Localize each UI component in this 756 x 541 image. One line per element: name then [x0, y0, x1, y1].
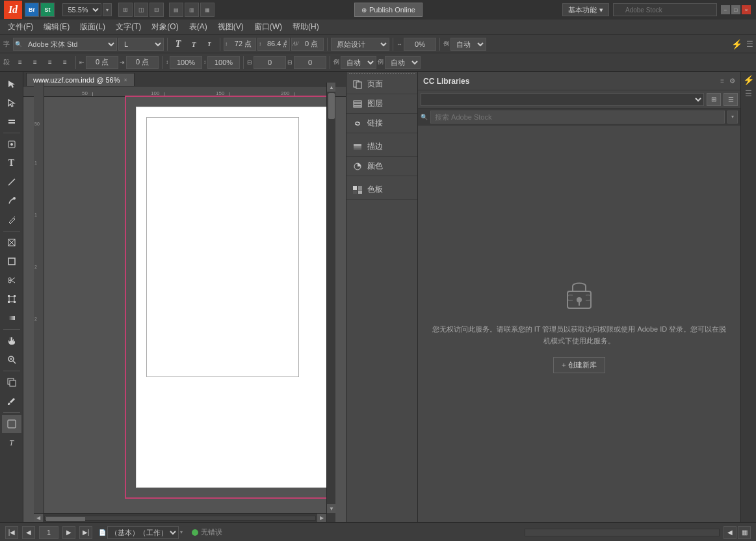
panel-swatches[interactable]: 色板 — [346, 180, 417, 200]
zoom-dropdown-arrow[interactable]: ▾ — [103, 3, 112, 16]
align-center-btn[interactable]: ≡ — [28, 55, 42, 70]
grid-input1[interactable] — [254, 56, 286, 69]
settings-icon[interactable]: ☰ — [746, 40, 753, 49]
font-select[interactable]: Adobe 宋体 Std — [13, 38, 117, 51]
scissors-tool[interactable] — [2, 271, 21, 289]
free-transform-tool[interactable] — [2, 290, 21, 308]
indent-left-input[interactable] — [86, 56, 118, 69]
panel-pages[interactable]: 页面 — [346, 75, 417, 94]
menu-window[interactable]: 窗口(W) — [249, 20, 287, 34]
line-tool[interactable] — [2, 173, 21, 191]
zoom-tool[interactable] — [2, 350, 21, 369]
page-number-input[interactable]: 1 — [39, 526, 59, 539]
cc-search-dropdown[interactable]: ▾ — [727, 111, 738, 124]
cc-list-view-btn[interactable]: ☰ — [723, 93, 738, 106]
auto-select1[interactable]: 自动 — [450, 38, 486, 51]
align-justify-btn[interactable]: ≡ — [58, 55, 72, 70]
menu-view[interactable]: 视图(V) — [213, 20, 249, 34]
settings-right-icon[interactable]: ☰ — [745, 89, 752, 98]
next-page-btn[interactable]: ▶ — [62, 526, 75, 539]
type-on-path-tool[interactable]: T — [2, 434, 21, 452]
gap-tool[interactable] — [2, 112, 21, 131]
last-page-btn[interactable]: ▶| — [79, 526, 92, 539]
grid-input2[interactable] — [294, 56, 326, 69]
cc-grid-view-btn[interactable]: ⊞ — [707, 93, 721, 106]
direct-selection-tool[interactable] — [2, 94, 21, 112]
cc-search-input[interactable] — [430, 111, 725, 124]
menu-text[interactable]: 文字(T) — [111, 20, 146, 34]
arrange-icon2[interactable]: ▥ — [185, 3, 199, 17]
menu-edit[interactable]: 编辑(E) — [38, 20, 75, 34]
font-size-small-btn[interactable]: T — [202, 37, 216, 51]
maximize-btn[interactable]: □ — [731, 5, 740, 14]
publish-online-btn[interactable]: ⊕ Publish Online — [354, 3, 423, 17]
font-style-select[interactable]: L — [118, 38, 164, 51]
master-page-select[interactable]: （基本）（工作） — [107, 526, 179, 539]
scale-h-input[interactable] — [170, 56, 202, 69]
create-library-btn[interactable]: + 创建新库 — [553, 357, 605, 373]
close-btn[interactable]: × — [742, 5, 751, 14]
pen-tool[interactable] — [2, 192, 21, 210]
zoom-select[interactable]: 55.5% 100% 50% — [62, 3, 101, 16]
scroll-left-btn[interactable]: ◀ — [34, 514, 43, 523]
menu-file[interactable]: 文件(F) — [3, 20, 38, 34]
rectangle-tool[interactable] — [2, 252, 21, 270]
leading-input[interactable] — [257, 38, 290, 51]
scroll-down-btn[interactable]: ▼ — [327, 504, 335, 513]
color-fill-btn[interactable] — [2, 373, 21, 391]
prev-page-btn[interactable]: ◀ — [22, 526, 35, 539]
scale-v-input[interactable] — [404, 38, 436, 51]
view-mode-icon1[interactable]: ⊞ — [118, 3, 133, 17]
adobe-stock-search[interactable] — [613, 3, 717, 16]
bottom-icon-2[interactable]: ▦ — [738, 526, 751, 539]
menu-table[interactable]: 表(A) — [184, 20, 213, 34]
cc-library-select[interactable] — [421, 93, 704, 106]
cc-settings-icon[interactable]: ⚙ — [729, 77, 735, 85]
scroll-thumb[interactable] — [328, 93, 335, 119]
panel-color[interactable]: 颜色 — [346, 157, 417, 176]
bottom-scrollbar[interactable] — [525, 529, 720, 536]
selection-tool[interactable] — [2, 75, 21, 93]
type-tool[interactable]: T — [2, 154, 21, 172]
align-left-btn[interactable]: ≡ — [13, 55, 27, 70]
stock-icon[interactable]: St — [40, 3, 55, 17]
panel-layers[interactable]: 图层 — [346, 94, 417, 114]
auto-select2[interactable]: 自动 — [341, 56, 376, 69]
first-page-btn[interactable]: |◀ — [5, 526, 18, 539]
scroll-right-btn[interactable]: ▶ — [317, 514, 326, 523]
bridge-icon[interactable]: Br — [25, 3, 39, 17]
lightning-right-icon[interactable]: ⚡ — [743, 75, 754, 85]
tracking-select[interactable]: 原始设计 — [331, 38, 389, 51]
scroll-up-btn[interactable]: ▲ — [327, 83, 335, 92]
panel-links[interactable]: 链接 — [346, 114, 417, 133]
workspace-btn[interactable]: 基本功能 ▾ — [562, 3, 609, 16]
tab-close-btn[interactable]: × — [124, 77, 127, 83]
font-size-med-btn[interactable]: T — [187, 37, 201, 51]
view-mode-icon2[interactable]: ◫ — [134, 3, 148, 17]
view-mode-icon3[interactable]: ⊟ — [150, 3, 164, 17]
align-right-btn[interactable]: ≡ — [43, 55, 57, 70]
panel-stroke[interactable]: 描边 — [346, 137, 417, 157]
auto-select3[interactable]: 自动 — [385, 56, 421, 69]
arrange-icon1[interactable]: ▤ — [169, 3, 183, 17]
h-scroll-thumb[interactable] — [46, 517, 85, 521]
hand-tool[interactable] — [2, 332, 21, 350]
bottom-icon-1[interactable]: ◀ — [723, 526, 736, 539]
minimize-btn[interactable]: − — [721, 5, 730, 14]
menu-layout[interactable]: 版面(L) — [75, 20, 111, 34]
menu-help[interactable]: 帮助(H) — [287, 20, 324, 34]
content-collector[interactable] — [2, 135, 21, 153]
indent-right-input[interactable] — [126, 56, 159, 69]
cc-minimize-icon[interactable]: ≡ — [720, 77, 724, 85]
arrange-icon3[interactable]: ▦ — [200, 3, 215, 17]
menu-object[interactable]: 对象(O) — [146, 20, 183, 34]
font-size-input[interactable] — [224, 38, 256, 51]
svg-rect-20 — [8, 316, 15, 320]
gradient-tool[interactable] — [2, 309, 21, 327]
scale-v-input2[interactable] — [207, 56, 240, 69]
rectangle-frame-tool[interactable] — [2, 233, 21, 252]
font-size-large-btn[interactable]: T — [171, 37, 185, 51]
eyedropper-tool[interactable] — [2, 392, 21, 410]
pencil-tool[interactable] — [2, 211, 21, 229]
preview-mode-btn[interactable] — [2, 415, 21, 433]
